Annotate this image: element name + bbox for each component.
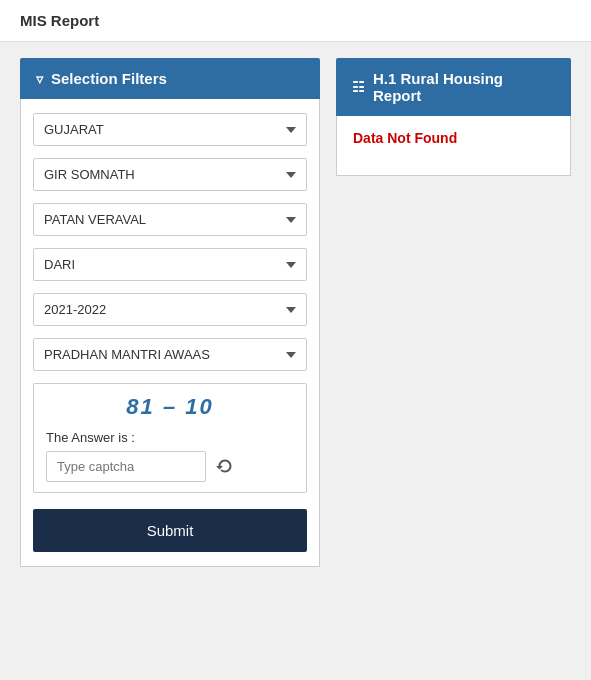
report-header: ☷ H.1 Rural Housing Report xyxy=(336,58,571,116)
refresh-icon xyxy=(214,456,236,478)
selection-filters-label: Selection Filters xyxy=(51,70,167,87)
report-header-label: H.1 Rural Housing Report xyxy=(373,70,555,104)
filter-icon: ▿ xyxy=(36,71,43,87)
page-title: MIS Report xyxy=(0,0,591,42)
data-not-found-message: Data Not Found xyxy=(353,130,554,146)
captcha-label: The Answer is : xyxy=(46,430,294,445)
report-body: Data Not Found xyxy=(336,116,571,176)
right-panel: ☷ H.1 Rural Housing Report Data Not Foun… xyxy=(336,58,571,176)
left-panel: ▿ Selection Filters GUJARAT GIR SOMNATH … xyxy=(20,58,320,567)
captcha-input[interactable] xyxy=(46,451,206,482)
selection-filters-header: ▿ Selection Filters xyxy=(20,58,320,99)
filters-body: GUJARAT GIR SOMNATH PATAN VERAVAL DARI 2… xyxy=(20,99,320,567)
captcha-equation: 81 – 10 xyxy=(46,394,294,420)
district-dropdown[interactable]: GIR SOMNATH xyxy=(33,158,307,191)
village-dropdown[interactable]: DARI xyxy=(33,248,307,281)
captcha-input-row xyxy=(46,451,294,482)
submit-button[interactable]: Submit xyxy=(33,509,307,552)
grid-icon: ☷ xyxy=(352,79,365,95)
state-dropdown[interactable]: GUJARAT xyxy=(33,113,307,146)
block-dropdown[interactable]: PATAN VERAVAL xyxy=(33,203,307,236)
captcha-box: 81 – 10 The Answer is : xyxy=(33,383,307,493)
year-dropdown[interactable]: 2021-2022 xyxy=(33,293,307,326)
scheme-dropdown[interactable]: PRADHAN MANTRI AWAAS xyxy=(33,338,307,371)
refresh-captcha-button[interactable] xyxy=(214,456,236,478)
